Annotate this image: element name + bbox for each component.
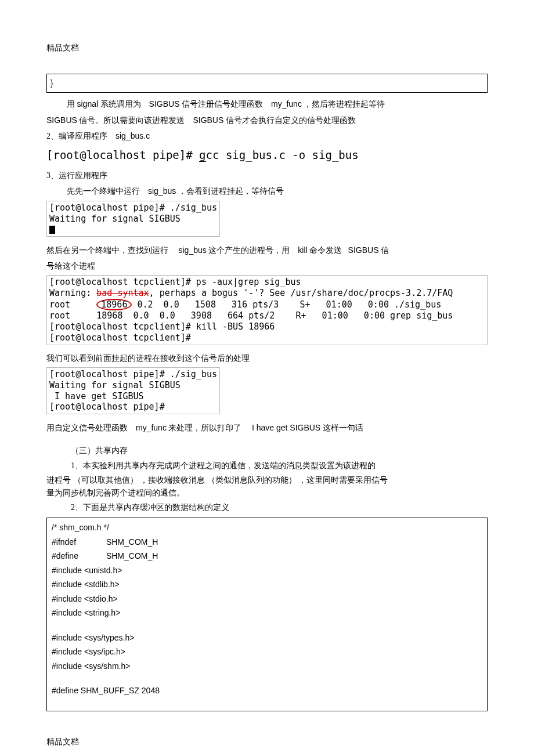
terminal-line: [root@localhost pipe]# <box>46 149 199 161</box>
code-text: #define <box>52 549 104 563</box>
terminal-line: Waiting for signal SIGBUS <box>49 214 181 224</box>
code-line: #define SHM_COM_H <box>52 549 482 563</box>
text: my_func <box>271 99 302 108</box>
step-heading: 3、运行应用程序 <box>46 168 488 184</box>
code-text: SHM_COM_H <box>106 537 158 547</box>
code-line: #ifndef SHM_COM_H <box>52 535 482 549</box>
paragraph: 用 signal 系统调用为 SIGBUS 信号注册信号处理函数 my_func… <box>46 96 488 113</box>
code-line: #include <unistd.h> <box>52 563 482 578</box>
text: SIGBUS <box>348 245 379 255</box>
terminal-line: [root@localhost tcpclient]# <box>49 332 191 343</box>
text: 2、编译应用程序 <box>46 132 107 140</box>
circled-pid: 18966 <box>96 299 132 311</box>
code-text: #ifndef <box>52 535 104 549</box>
text: 信号才会执行自定义的信号处理函数 <box>226 116 356 125</box>
code-line: #include <sys/types.h> <box>52 631 482 645</box>
paragraph: 我们可以看到前面挂起的进程在接收到这个信号后的处理 <box>46 351 488 367</box>
text: 用 <box>67 100 77 108</box>
code-line: #include <sys/ipc.h> <box>52 645 482 659</box>
code-text: SHM_COM_H <box>106 551 158 560</box>
code-line: /* shm_com.h */ <box>52 520 482 535</box>
terminal-compile: [root@localhost pipe]# gcc sig_bus.c -o … <box>46 148 488 162</box>
text: 这个产生的进程号，用 <box>208 246 290 255</box>
text: I have get SIGBUS <box>252 423 320 432</box>
paragraph: 用自定义信号处理函数 my_func 来处理，所以打印了 I have get … <box>46 420 488 436</box>
text: 信 <box>381 246 389 255</box>
page-footer: 精品文档 <box>46 735 488 750</box>
text: sig_bus <box>148 186 176 196</box>
terminal-line: Warning: <box>49 288 96 298</box>
paragraph: 号给这个进程 <box>46 259 488 274</box>
text: sig_bus.c <box>116 131 150 140</box>
page-header: 精品文档 <box>46 41 488 56</box>
code-line: #include <stdlib.h> <box>52 577 482 592</box>
paragraph: SIGBUS 信号。所以需要向该进程发送 SIGBUS 信号才会执行自定义的信号… <box>46 113 488 129</box>
terminal-output-3: [root@localhost pipe]# ./sig_bus Waiting… <box>46 367 220 414</box>
terminal-line: [root@localhost tcpclient]# ps -aux|grep… <box>49 277 301 287</box>
paragraph: 1、本实验利用共享内存完成两个进程之间的通信，发送端的消息类型设置为该进程的 <box>46 458 488 474</box>
terminal-line: [root@localhost tcpclient]# kill -BUS 18… <box>49 321 275 332</box>
step-heading: 2、编译应用程序 sig_bus.c <box>46 128 488 144</box>
text: 然后在另一个终端中，查找到运行 <box>46 246 168 255</box>
terminal-line: cc sig_bus.c -o sig_bus <box>206 149 359 161</box>
terminal-line: 0.2 0.0 1508 316 pts/3 S+ 01:00 0:00 ./s… <box>132 299 441 310</box>
code-box-closing-brace: } <box>46 74 488 93</box>
terminal-text-highlight: bad syntax <box>96 288 149 298</box>
text: 先先一个终端中运行 <box>67 187 140 196</box>
text: kill <box>298 245 307 255</box>
terminal-text-underlined: g <box>199 150 205 162</box>
text: 这样一句话 <box>323 424 363 432</box>
code-line: #include <stdio.h> <box>52 592 482 606</box>
text: my_func <box>136 423 167 432</box>
text: 信号。所以需要向该进程发送 <box>79 116 185 125</box>
text: signal <box>77 99 99 108</box>
text: 信号注册信号处理函数 <box>182 100 263 108</box>
text: 命令发送 <box>309 246 342 255</box>
text: sig_bus <box>179 245 207 255</box>
paragraph: 量为同步机制完善两个进程间的通信。 <box>46 487 488 500</box>
text: SIGBUS <box>149 99 180 108</box>
terminal-line: [root@localhost pipe]# ./sig_bus <box>49 202 217 213</box>
cursor-icon <box>49 226 55 234</box>
page: 精品文档 } 用 signal 系统调用为 SIGBUS 信号注册信号处理函数 … <box>0 0 534 756</box>
text: 来处理，所以打印了 <box>168 424 241 432</box>
code-line: #include <string.h> <box>52 606 482 620</box>
code-text: } <box>50 78 53 88</box>
text: SIGBUS <box>46 115 77 125</box>
paragraph: 然后在另一个终端中，查找到运行 sig_bus 这个产生的进程号，用 kill … <box>46 243 488 259</box>
terminal-line: , perhaps a bogus '-'? See /usr/share/do… <box>149 288 453 298</box>
terminal-line: Waiting for signal SIGBUS <box>49 380 181 390</box>
terminal-line: I have get SIGBUS <box>49 391 144 401</box>
code-line: #define SHM_BUFF_SZ 2048 <box>52 683 482 698</box>
terminal-line: root <box>49 299 96 310</box>
terminal-line: root 18968 0.0 0.0 3908 664 pts/2 R+ 01:… <box>49 310 453 321</box>
paragraph: 先先一个终端中运行 sig_bus ，会看到进程挂起，等待信号 <box>46 183 488 200</box>
terminal-output-2: [root@localhost tcpclient]# ps -aux|grep… <box>46 275 488 345</box>
code-line: #include <sys/shm.h> <box>52 659 482 674</box>
terminal-line: [root@localhost pipe]# <box>49 401 165 412</box>
text: SIGBUS <box>193 115 223 125</box>
text: ，会看到进程挂起，等待信号 <box>178 187 284 196</box>
section-heading: （三）共享内存 <box>46 443 488 459</box>
text: 用自定义信号处理函数 <box>46 424 128 432</box>
text: ，然后将进程挂起等待 <box>304 100 385 108</box>
text: 系统调用为 <box>100 100 141 108</box>
paragraph: 进程号 （可以取其他值） ，接收端接收消息 （类似消息队列的功能） ，这里同时需… <box>46 474 488 487</box>
terminal-line: [root@localhost pipe]# ./sig_bus <box>49 369 217 379</box>
paragraph: 2、下面是共享内存缓冲区的数据结构的定义 <box>46 500 488 516</box>
code-box-shm-com: /* shm_com.h */ #ifndef SHM_COM_H #defin… <box>46 518 488 711</box>
terminal-output-1: [root@localhost pipe]# ./sig_bus Waiting… <box>46 201 220 237</box>
